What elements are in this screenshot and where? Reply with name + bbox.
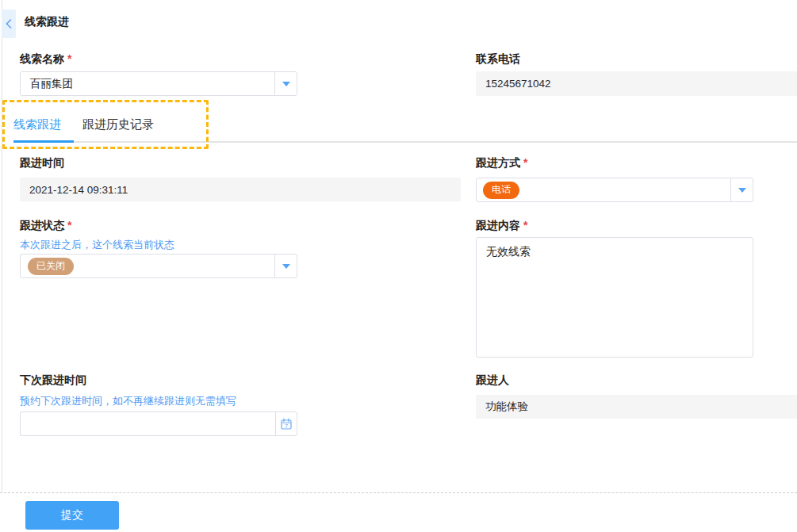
page-title: 线索跟进 (25, 15, 69, 29)
chevron-down-icon (282, 264, 290, 269)
follow-time-label: 跟进时间 (20, 156, 64, 170)
contact-phone-label: 联系电话 (476, 52, 520, 67)
follow-content-textarea[interactable]: 无效线索 (476, 237, 753, 358)
follow-status-tag: 已关闭 (28, 258, 74, 275)
tab-followup-history[interactable]: 跟进历史记录 (82, 117, 154, 132)
tab-lead-followup[interactable]: 线索跟进 (13, 117, 61, 132)
follow-person-label: 跟进人 (476, 373, 509, 388)
follow-method-select[interactable]: 电话 (476, 178, 753, 202)
chevron-down-icon (738, 188, 746, 193)
next-follow-time-hint: 预约下次跟进时间，如不再继续跟进则无需填写 (20, 394, 236, 408)
follow-status-hint: 本次跟进之后，这个线索当前状态 (20, 238, 174, 252)
chevron-down-icon (282, 82, 290, 86)
back-button[interactable] (2, 10, 16, 38)
lead-name-label: 线索名称* (20, 52, 71, 67)
follow-content-label: 跟进内容* (476, 219, 527, 233)
next-follow-time-label: 下次跟进时间 (20, 373, 86, 388)
contact-phone-field: 15245671042 (476, 71, 797, 96)
lead-name-select[interactable]: 百丽集团 (20, 71, 297, 96)
date-picker-button[interactable]: 7 (275, 411, 297, 436)
required-marker: * (67, 52, 71, 65)
required-marker: * (523, 219, 527, 232)
footer-divider (0, 492, 797, 493)
follow-method-caret-button[interactable] (730, 178, 753, 201)
lead-followup-page: 线索跟进 线索名称* 联系电话 百丽集团 15245671042 线索跟进 跟进… (0, 0, 797, 532)
follow-status-select[interactable]: 已关闭 (20, 254, 297, 278)
tab-bar: 线索跟进 跟进历史记录 (13, 117, 154, 132)
follow-method-tag: 电话 (483, 182, 519, 199)
calendar-digit: 7 (285, 422, 288, 429)
active-tab-indicator (13, 140, 74, 143)
submit-button[interactable]: 提交 (25, 501, 119, 530)
lead-name-value: 百丽集团 (21, 77, 73, 91)
next-follow-time-input[interactable] (20, 411, 276, 436)
follow-status-label: 跟进状态* (20, 219, 71, 233)
follow-person-field: 功能体验 (476, 395, 797, 419)
calendar-icon: 7 (280, 418, 293, 431)
required-marker: * (523, 156, 527, 169)
follow-method-label: 跟进方式* (476, 156, 527, 170)
lead-name-caret-button[interactable] (274, 72, 297, 95)
follow-time-field: 2021-12-14 09:31:11 (20, 178, 461, 201)
page-left-border (2, 0, 2, 492)
tabbar-divider (13, 141, 797, 143)
required-marker: * (67, 219, 71, 232)
follow-status-caret-button[interactable] (274, 255, 297, 277)
chevron-left-icon (5, 18, 13, 29)
